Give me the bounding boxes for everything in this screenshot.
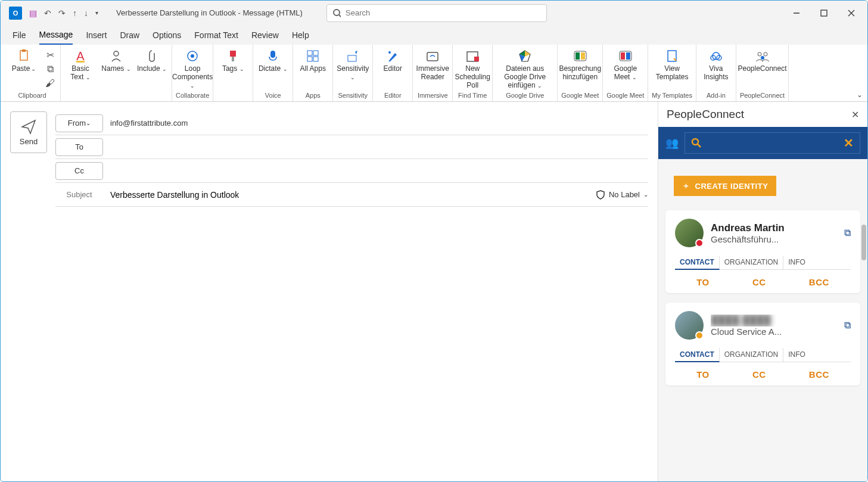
send-button[interactable]: Send [10, 111, 47, 153]
cc-button[interactable]: Cc [55, 162, 103, 180]
dictate-button[interactable]: Dictate ⌄ [257, 46, 289, 73]
svg-rect-20 [348, 55, 356, 61]
cc-field[interactable] [110, 166, 648, 176]
undo-icon[interactable]: ↶ [44, 8, 51, 18]
search-box[interactable] [326, 4, 547, 22]
svg-point-32 [713, 52, 720, 60]
svg-rect-13 [230, 51, 236, 57]
tab-review[interactable]: Review [251, 26, 279, 45]
scrollbar-thumb[interactable] [861, 225, 866, 260]
add-to-button[interactable]: TO [696, 277, 710, 287]
dateien-aus-google-drive-einf-gen-button[interactable]: Dateien aus Google Drive einfügen ⌄ [496, 46, 553, 89]
tab-help[interactable]: Help [292, 26, 309, 45]
shield-icon [596, 190, 605, 200]
panel-searchbar: 👥 ✕ [658, 127, 867, 159]
close-button[interactable] [838, 1, 865, 26]
minimize-button[interactable] [783, 1, 810, 26]
svg-rect-15 [270, 51, 275, 58]
create-identity-button[interactable]: ＋ CREATE IDENTITY [674, 176, 776, 196]
svg-rect-29 [621, 52, 625, 60]
collapse-ribbon-icon[interactable]: ⌄ [857, 91, 863, 99]
group-label: Clipboard [18, 92, 46, 100]
contact-card: ████ ████Cloud Service A...⧉CONTACTORGAN… [665, 303, 860, 385]
card-tab-organization[interactable]: ORGANIZATION [720, 348, 783, 362]
svg-rect-9 [76, 61, 85, 63]
paste-button[interactable]: Paste [8, 46, 40, 73]
sensitivity-button[interactable]: Sensitivity ⌄ [337, 46, 369, 82]
group-label: Add-in [707, 92, 726, 100]
card-tab-info[interactable]: INFO [783, 256, 810, 269]
tab-file[interactable]: File [13, 26, 26, 45]
tab-draw[interactable]: Draw [120, 26, 139, 45]
to-field[interactable] [110, 142, 648, 152]
cut-icon[interactable]: ✂ [43, 48, 57, 61]
group-label: Google Meet [561, 92, 599, 100]
subject-label: Subject [55, 190, 103, 199]
search-input[interactable] [346, 8, 540, 17]
svg-line-39 [698, 144, 701, 147]
save-icon[interactable]: ▤ [29, 8, 37, 18]
redo-icon[interactable]: ↷ [58, 8, 66, 18]
include-button[interactable]: Include ⌄ [136, 46, 168, 73]
tab-format-text[interactable]: Format Text [194, 26, 238, 45]
google-meet-button[interactable]: Google Meet ⌄ [609, 46, 642, 82]
peopleconnect-button[interactable]: PeopleConnect [746, 46, 779, 73]
panel-title: PeopleConnect [667, 108, 744, 121]
card-tab-info[interactable]: INFO [783, 348, 810, 362]
svg-point-35 [758, 52, 761, 56]
svg-rect-19 [313, 57, 318, 61]
clear-search-icon[interactable]: ✕ [844, 136, 854, 150]
contact-badge-icon[interactable]: ⧉ [844, 320, 851, 331]
add-cc-button[interactable]: CC [752, 277, 766, 287]
contact-badge-icon[interactable]: ⧉ [844, 228, 851, 238]
immersive-reader-button[interactable]: Immersive Reader [416, 46, 449, 82]
svg-point-38 [692, 139, 698, 145]
card-tab-organization[interactable]: ORGANIZATION [720, 256, 783, 269]
to-button[interactable]: To [55, 138, 103, 156]
peopleconnect-panel: PeopleConnect ✕ 👥 ✕ ＋ CREATE IDENTITY An… [658, 102, 867, 481]
svg-line-1 [339, 15, 341, 17]
card-tab-contact[interactable]: CONTACT [675, 348, 720, 362]
tab-options[interactable]: Options [153, 26, 181, 45]
besprechung-hinzuf-gen-button[interactable]: Besprechung hinzufügen [564, 46, 596, 82]
editor-button[interactable]: Editor [377, 46, 409, 73]
panel-close-icon[interactable]: ✕ [851, 109, 859, 120]
new-scheduling-poll-button[interactable]: New Scheduling Poll [456, 46, 489, 89]
group-label: Google Drive [506, 92, 544, 100]
svg-rect-27 [581, 52, 585, 60]
svg-rect-17 [313, 51, 318, 55]
group-label: Apps [306, 92, 321, 100]
panel-search-box[interactable]: ✕ [685, 132, 860, 154]
group-label: Sensitivity [338, 92, 368, 100]
up-icon[interactable]: ↑ [73, 8, 77, 18]
tags-button[interactable]: Tags ⌄ [217, 46, 249, 73]
card-tab-contact[interactable]: CONTACT [675, 256, 720, 270]
group-label: Collaborate [176, 92, 209, 100]
maximize-button[interactable] [810, 1, 838, 26]
svg-rect-3 [821, 10, 827, 16]
down-icon[interactable]: ↓ [84, 8, 88, 18]
basic-text-button[interactable]: ABasic Text ⌄ [64, 46, 97, 82]
view-templates-button[interactable]: View Templates [656, 46, 688, 82]
svg-rect-18 [307, 57, 312, 61]
add-bcc-button[interactable]: BCC [809, 277, 829, 287]
format-painter-icon[interactable]: 🖌 [43, 77, 57, 90]
group-label: Google Meet [606, 92, 644, 100]
tab-message[interactable]: Message [39, 26, 73, 45]
add-to-button[interactable]: TO [696, 369, 710, 380]
all-apps-button[interactable]: All Apps [297, 46, 329, 73]
from-button[interactable]: From [55, 114, 103, 132]
viva-insights-button[interactable]: Viva Insights [700, 46, 732, 82]
copy-icon[interactable]: ⧉ [43, 63, 57, 76]
add-bcc-button[interactable]: BCC [809, 369, 829, 380]
no-label-dropdown[interactable]: No Label ⌄ [596, 190, 648, 200]
group-label: Voice [265, 92, 281, 100]
tab-insert[interactable]: Insert [86, 26, 107, 45]
add-cc-button[interactable]: CC [752, 369, 766, 380]
search-icon [333, 9, 341, 17]
names-button[interactable]: Names ⌄ [100, 46, 132, 73]
customize-icon[interactable]: ▾ [95, 10, 98, 16]
loop-components-button[interactable]: Loop Components ⌄ [176, 46, 209, 89]
subject-field[interactable] [110, 190, 596, 200]
group-label: Find Time [458, 92, 487, 100]
